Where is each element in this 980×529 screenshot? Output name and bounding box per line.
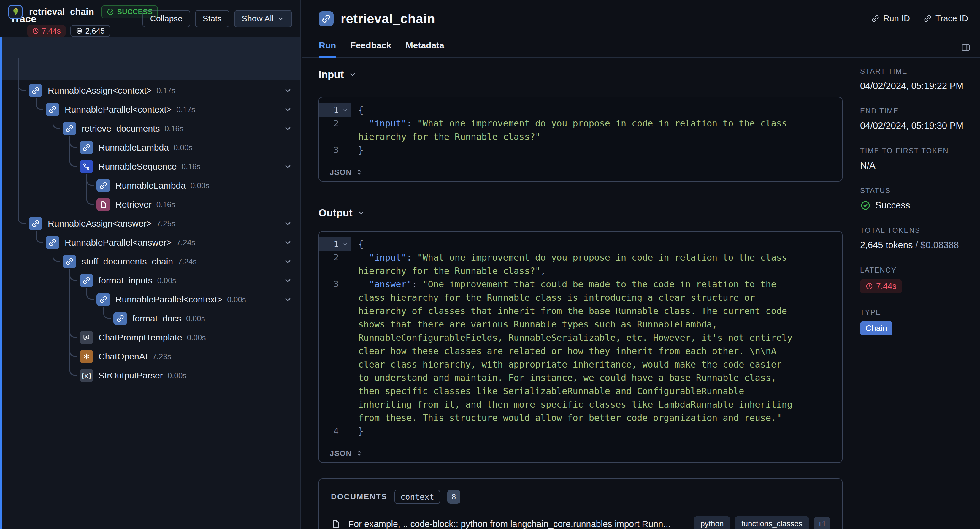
meta-field: TOTAL TOKENS2,645 tokens / $0.08388	[860, 226, 974, 251]
tree-row[interactable]: RunnableSequence0.16s	[80, 157, 200, 176]
document-row[interactable]: For example, .. code-block:: python from…	[331, 516, 830, 529]
run-type-value: Chain	[860, 321, 974, 335]
tab-bar: RunFeedbackMetadata	[319, 40, 444, 57]
chain-link-icon	[46, 236, 59, 249]
chevron-down-icon[interactable]	[283, 219, 292, 228]
tree-row-label: format_docs	[132, 314, 181, 323]
chevron-down-icon	[277, 15, 284, 22]
meta-field-label: TYPE	[860, 308, 974, 317]
code-segment-punc: :	[407, 252, 417, 263]
tree-row-label: stuff_documents_chain	[82, 257, 173, 266]
input-format-selector[interactable]: JSON	[319, 163, 842, 181]
line-number: 4	[334, 424, 340, 438]
fold-spacer	[340, 117, 350, 130]
code-segment-str: "One improvement that could be made to t…	[358, 279, 798, 423]
tree-row[interactable]: RunnableAssign<answer>7.25s	[29, 214, 175, 233]
tab-feedback[interactable]: Feedback	[350, 40, 391, 57]
line-number: 2	[334, 251, 340, 264]
chevron-down-icon[interactable]	[283, 257, 292, 266]
chain-link-icon	[113, 312, 127, 325]
page-title: retrieval_chain	[341, 11, 435, 26]
tree-row[interactable]: format_inputs0.00s	[80, 271, 176, 290]
tree-row[interactable]: RunnableLambda0.00s	[97, 176, 209, 195]
clock-icon	[865, 282, 873, 290]
tree-row[interactable]: {x}StrOutputParser0.00s	[80, 366, 186, 385]
chevron-down-icon[interactable]	[283, 86, 292, 95]
tree-row[interactable]: ChatPromptTemplate0.00s	[80, 328, 206, 347]
gutter-divider	[350, 97, 351, 163]
chain-link-icon	[97, 179, 110, 192]
chevron-down-icon[interactable]	[283, 276, 292, 285]
root-run-header: retrieval_chain SUCCESS	[8, 5, 158, 19]
root-run-name[interactable]: retrieval_chain	[29, 6, 94, 17]
tree-row-label: ChatPromptTemplate	[99, 333, 182, 343]
tree-row[interactable]: RunnableAssign<context>0.17s	[29, 81, 175, 100]
tree-row[interactable]: Retriever0.16s	[97, 195, 175, 214]
trace-id-button[interactable]: Trace ID	[924, 14, 968, 24]
run-id-button[interactable]: Run ID	[871, 14, 910, 24]
show-all-dropdown[interactable]: Show All	[234, 10, 292, 27]
tree-row[interactable]: RunnableParallel<answer>7.24s	[46, 233, 195, 252]
type-badge: Chain	[860, 321, 892, 335]
fold-chevron-icon[interactable]	[340, 103, 350, 117]
parser-glyph: {x}	[80, 372, 92, 379]
tree-row[interactable]: RunnableLambda0.00s	[80, 138, 192, 157]
link-icon	[870, 13, 881, 24]
code-segment-punc	[358, 279, 369, 290]
meta-field-value: N/A	[860, 160, 974, 172]
line-number: 1	[334, 103, 340, 117]
tree-row[interactable]: stuff_documents_chain7.24s	[63, 252, 197, 271]
meta-field-label: START TIME	[860, 67, 974, 75]
tree-row-duration: 0.00s	[157, 276, 176, 285]
code-text: "answer": "One improvement that could be…	[350, 277, 793, 424]
code-text: {	[350, 103, 793, 117]
tree-row[interactable]: RunnableParallel<context>0.17s	[46, 100, 195, 119]
output-section-heading[interactable]: Output	[318, 207, 843, 219]
meta-field: END TIME04/02/2024, 05:19:30 PM	[860, 107, 974, 132]
tab-run[interactable]: Run	[319, 40, 336, 57]
tree-row-label: RunnableParallel<context>	[65, 105, 172, 115]
chevron-down-icon[interactable]	[283, 162, 292, 171]
tree-row-label: ChatOpenAI	[99, 352, 148, 362]
chevron-down-icon[interactable]	[283, 295, 292, 304]
code-segment-key: "input"	[369, 252, 406, 263]
stats-button[interactable]: Stats	[195, 10, 229, 27]
document-tag: python	[694, 516, 730, 529]
code-text: "input": "What one improvement do you pr…	[350, 117, 793, 143]
chevron-down-icon[interactable]	[283, 124, 292, 133]
code-segment-key: "answer"	[369, 279, 412, 290]
latency-badge: 7.44s	[860, 279, 902, 293]
code-segment-punc: {	[358, 239, 364, 249]
code-line: 3 "answer": "One improvement that could …	[319, 277, 842, 424]
fold-chevron-icon[interactable]	[340, 237, 350, 251]
tree-row-label: RunnableAssign<context>	[48, 86, 152, 96]
token-count: 2,645 tokens	[860, 240, 913, 250]
tab-metadata[interactable]: Metadata	[406, 40, 444, 57]
tree-connector	[70, 269, 77, 357]
input-section-heading[interactable]: Input	[318, 68, 843, 81]
document-tags: pythonfunctions_classes+1	[694, 516, 830, 529]
toggle-sidebar-icon[interactable]	[961, 42, 971, 53]
output-format-selector[interactable]: JSON	[319, 444, 842, 462]
tree-row[interactable]: format_docs0.00s	[113, 309, 205, 328]
tree-row[interactable]: RunnableParallel<context>0.00s	[97, 290, 246, 309]
documents-count-badge: 8	[447, 490, 460, 504]
tree-row-duration: 0.00s	[186, 314, 205, 323]
tree-row[interactable]: retrieve_documents0.16s	[63, 119, 183, 138]
code-line: 2 "input": "What one improvement do you …	[319, 117, 842, 143]
tokens-icon	[76, 27, 83, 34]
openai-icon	[80, 350, 93, 363]
tree-row[interactable]: ChatOpenAI7.23s	[80, 347, 171, 366]
tree-connector	[70, 269, 77, 338]
code-segment-punc: :	[407, 118, 417, 129]
code-line: 4}	[319, 424, 842, 438]
tree-root-row[interactable]	[2, 37, 300, 80]
code-line: 1{	[319, 103, 842, 117]
tree-row-label: RunnableAssign<answer>	[48, 218, 152, 229]
chevron-down-icon[interactable]	[283, 238, 292, 247]
tree-row-duration: 7.24s	[178, 257, 197, 266]
code-text: {	[350, 237, 793, 251]
chevron-down-icon[interactable]	[283, 105, 292, 114]
latency-value: 7.44s	[860, 279, 974, 293]
fold-spacer	[340, 251, 350, 264]
